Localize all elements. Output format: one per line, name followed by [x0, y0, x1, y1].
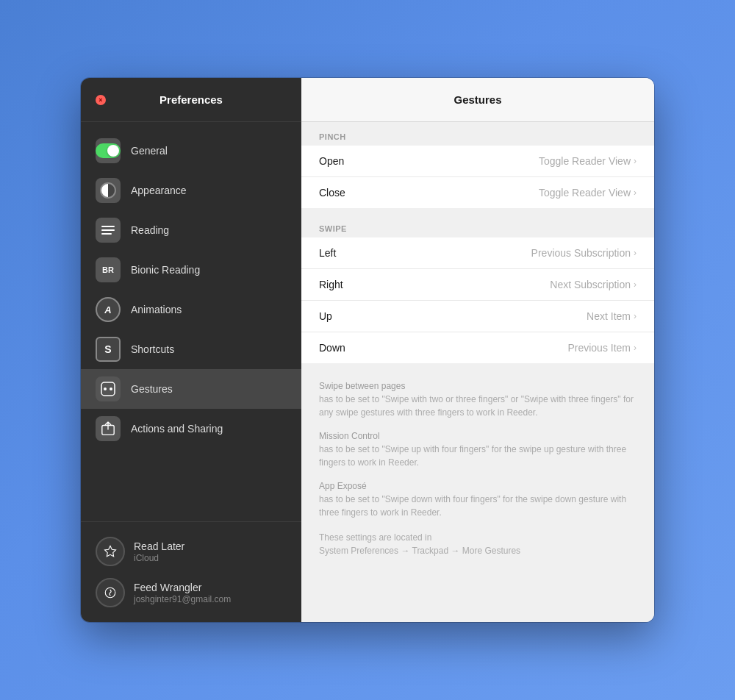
general-label: General	[131, 145, 168, 157]
shortcuts-icon: S	[96, 337, 121, 362]
up-chevron-icon: ›	[634, 311, 637, 321]
right-value: Next Subscription ›	[550, 279, 637, 290]
toggle-icon	[96, 143, 121, 158]
sidebar-header: × Preferences	[81, 78, 301, 122]
gesture-row-down[interactable]: Down Previous Item ›	[301, 332, 654, 363]
pinch-section: PINCH Open Toggle Reader View › Close To…	[301, 122, 654, 208]
down-chevron-icon: ›	[634, 343, 637, 353]
gesture-row-open[interactable]: Open Toggle Reader View ›	[301, 146, 654, 177]
open-value: Toggle Reader View ›	[539, 155, 637, 167]
note-mission-title: Mission Control	[319, 431, 637, 441]
sidebar-item-appearance[interactable]: Appearance	[81, 171, 301, 210]
up-value: Next Item ›	[587, 310, 637, 322]
sidebar-nav: General Appearance Reading	[81, 122, 301, 521]
sidebar-item-shortcuts[interactable]: S Shortcuts	[81, 329, 301, 369]
up-value-text: Next Item	[587, 310, 631, 322]
left-value-text: Previous Subscription	[531, 247, 631, 259]
close-label: Close	[319, 187, 345, 199]
svg-point-2	[110, 388, 112, 390]
animations-label: Animations	[131, 304, 182, 315]
gesture-row-left[interactable]: Left Previous Subscription ›	[301, 238, 654, 269]
close-value-text: Toggle Reader View	[539, 187, 631, 199]
accounts-section: Read Later iCloud Feed Wrangler joshgint…	[81, 521, 301, 622]
left-value: Previous Subscription ›	[531, 247, 637, 259]
feedwrangler-text: Feed Wrangler joshginter91@gmail.com	[134, 582, 231, 604]
sidebar-item-bionic[interactable]: BR Bionic Reading	[81, 250, 301, 290]
note-expose-title: App Exposé	[319, 481, 637, 491]
sidebar: × Preferences General Appearance	[81, 78, 301, 622]
note-swipe-title: Swipe between pages	[319, 381, 637, 391]
rope-icon	[104, 586, 117, 599]
account-item-feedwrangler[interactable]: Feed Wrangler joshginter91@gmail.com	[81, 572, 301, 613]
left-label: Left	[319, 247, 336, 259]
down-value-text: Previous Item	[567, 342, 631, 354]
left-chevron-icon: ›	[634, 248, 637, 258]
close-value: Toggle Reader View ›	[539, 187, 637, 199]
open-label: Open	[319, 155, 344, 167]
right-chevron-icon: ›	[634, 279, 637, 290]
down-value: Previous Item ›	[567, 342, 637, 354]
gesture-row-close[interactable]: Close Toggle Reader View ›	[301, 177, 654, 208]
star-icon	[104, 545, 117, 558]
close-chevron-icon: ›	[634, 188, 637, 198]
svg-rect-0	[101, 382, 115, 396]
readlater-sublabel: iCloud	[134, 553, 184, 563]
note-mission-text: has to be set to "Swipe up with four fin…	[319, 443, 637, 469]
reading-icon	[96, 218, 121, 243]
bionic-icon: BR	[96, 257, 121, 282]
feedwrangler-sublabel: joshginter91@gmail.com	[134, 594, 231, 604]
preferences-window: × Preferences General Appearance	[81, 78, 654, 622]
pinch-header: PINCH	[301, 122, 654, 146]
account-item-readlater[interactable]: Read Later iCloud	[81, 531, 301, 572]
bionic-label: Bionic Reading	[131, 264, 200, 276]
note-swipe-text: has to be set to "Swipe with two or thre…	[319, 393, 637, 419]
right-value-text: Next Subscription	[550, 279, 631, 290]
swipe-section: SWIPE Left Previous Subscription › Right…	[301, 214, 654, 363]
notes-section: Swipe between pages has to be set to "Sw…	[301, 369, 654, 569]
close-icon: ×	[98, 96, 102, 104]
reading-label: Reading	[131, 224, 169, 236]
right-label: Right	[319, 279, 343, 290]
content-title: Gestures	[453, 93, 501, 106]
actions-label: Actions and Sharing	[131, 423, 223, 435]
content-header: Gestures	[301, 78, 654, 122]
animations-icon: A	[96, 297, 121, 322]
note-mission-control: Mission Control has to be set to "Swipe …	[319, 431, 637, 469]
appearance-icon	[96, 178, 121, 203]
down-label: Down	[319, 342, 345, 354]
note-expose-text: has to be set to "Swipe down with four f…	[319, 493, 637, 519]
sidebar-item-reading[interactable]: Reading	[81, 210, 301, 250]
swipe-header: SWIPE	[301, 214, 654, 238]
gestures-svg	[101, 382, 115, 396]
feedwrangler-label: Feed Wrangler	[134, 582, 231, 593]
actions-icon	[96, 416, 121, 441]
sidebar-item-actions[interactable]: Actions and Sharing	[81, 409, 301, 449]
note-final: These settings are located inSystem Pref…	[319, 531, 637, 557]
open-chevron-icon: ›	[634, 156, 637, 166]
readlater-text: Read Later iCloud	[134, 540, 184, 563]
close-button[interactable]: ×	[96, 95, 106, 105]
note-expose: App Exposé has to be set to "Swipe down …	[319, 481, 637, 519]
gesture-row-up[interactable]: Up Next Item ›	[301, 301, 654, 332]
svg-point-1	[104, 388, 107, 390]
readlater-icon	[96, 537, 125, 566]
feedwrangler-icon	[96, 578, 125, 607]
open-value-text: Toggle Reader View	[539, 155, 631, 167]
half-circle-icon	[100, 182, 116, 199]
gestures-icon	[96, 376, 121, 401]
lines-icon	[101, 226, 115, 235]
gestures-label: Gestures	[131, 383, 173, 395]
sidebar-title: Preferences	[118, 93, 265, 106]
sidebar-item-gestures[interactable]: Gestures	[81, 369, 301, 409]
shortcuts-label: Shortcuts	[131, 343, 174, 355]
appearance-label: Appearance	[131, 185, 187, 196]
sidebar-item-animations[interactable]: A Animations	[81, 290, 301, 329]
note-swipe-pages: Swipe between pages has to be set to "Sw…	[319, 381, 637, 419]
general-icon	[96, 138, 121, 163]
content-body: PINCH Open Toggle Reader View › Close To…	[301, 122, 654, 622]
content-panel: Gestures PINCH Open Toggle Reader View ›…	[301, 78, 654, 622]
readlater-label: Read Later	[134, 540, 184, 552]
share-icon	[101, 421, 115, 436]
gesture-row-right[interactable]: Right Next Subscription ›	[301, 269, 654, 301]
sidebar-item-general[interactable]: General	[81, 131, 301, 171]
